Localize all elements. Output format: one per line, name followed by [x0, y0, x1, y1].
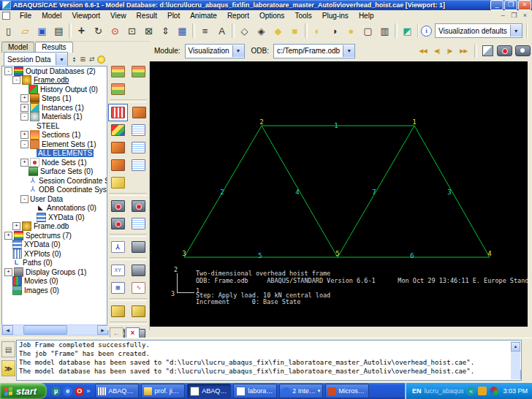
chevron-down-icon[interactable]: ▼ — [56, 53, 67, 65]
module-combo[interactable]: Visualization ▼ — [185, 44, 245, 58]
scroll-down-icon[interactable]: ▼ — [520, 370, 522, 379]
first-frame-button[interactable]: ◀◀ — [416, 48, 431, 54]
tree-item[interactable]: History Output (0) — [2, 85, 107, 94]
plot-symbols-button[interactable] — [109, 140, 127, 156]
utorrent-icon[interactable]: µ — [51, 387, 61, 396]
query-info-button[interactable]: ≡ — [197, 23, 213, 39]
save-file-button[interactable]: ▣ — [34, 23, 50, 39]
render-ball-button[interactable]: ● — [343, 23, 360, 39]
scroll-right-icon[interactable]: ▶ — [97, 325, 108, 335]
next-frame-button[interactable]: |▶ — [444, 48, 456, 54]
tree-item[interactable]: LPaths (0) — [2, 259, 107, 268]
animate-scale-factor-button[interactable] — [109, 198, 127, 214]
plot-undeformed-button[interactable] — [108, 104, 128, 121]
probe-values-button[interactable]: A — [213, 23, 230, 39]
quick-launch-overflow[interactable]: » — [86, 387, 90, 395]
menu-result[interactable]: Result — [132, 12, 162, 20]
tree-item[interactable]: ⅄ODB Coordinate Systems — [2, 186, 107, 195]
menu-tools[interactable]: Tools — [289, 12, 316, 20]
menu-plot[interactable]: Plot — [162, 12, 185, 20]
tree-item[interactable]: -Materials (1) — [2, 113, 107, 122]
tree-horizontal-scrollbar[interactable]: ◀ ▶ — [1, 324, 109, 335]
tree-expander-icon[interactable]: + — [12, 222, 20, 230]
plot-contours-button[interactable] — [109, 122, 127, 138]
link-objects-button[interactable]: ⇄ — [88, 54, 96, 64]
viewport-canvas[interactable]: 124735621354 Two-dimensional overhead ho… — [150, 61, 528, 327]
chevron-down-icon[interactable]: ▼ — [232, 45, 244, 57]
tree-item[interactable]: ⅄Session Coordinate Syste — [2, 176, 107, 186]
menu-help[interactable]: Help — [354, 12, 379, 20]
create-xy-data-button[interactable]: XY — [109, 262, 127, 278]
tree-item[interactable]: XYPlots (0) — [2, 249, 107, 259]
menu-plugins[interactable]: Plug-ins — [317, 12, 354, 20]
language-indicator[interactable]: EN — [412, 387, 422, 395]
tab-model[interactable]: Model — [1, 42, 34, 53]
tree-item[interactable]: -Frame.odb — [2, 76, 107, 86]
tree-spinner[interactable]: ▲ ▼ — [72, 56, 76, 62]
allow-multiple-plot-states-button[interactable] — [109, 175, 127, 191]
menu-report[interactable]: Report — [222, 12, 254, 20]
highlight-button[interactable] — [97, 54, 105, 64]
scrollbar-thumb[interactable] — [23, 325, 67, 335]
query-coordinate-button[interactable]: ⅄ — [109, 239, 127, 255]
menu-model[interactable]: Model — [37, 12, 66, 20]
start-button[interactable]: start — [0, 383, 47, 399]
section-points-button[interactable] — [109, 81, 127, 97]
tree-expander-icon[interactable]: + — [20, 159, 28, 167]
tree-item[interactable]: +Steps (1) — [2, 94, 107, 104]
viewport-monitor-button[interactable]: ▥ — [376, 23, 393, 39]
taskbar-task-folder-prof-jim[interactable]: prof. jim ... — [141, 384, 185, 398]
tree-expander-icon[interactable]: - — [20, 113, 28, 121]
magnify-view-button[interactable]: ⊙ — [107, 23, 123, 39]
defaults-combo[interactable]: Visualization defaults ▼ — [435, 23, 522, 38]
pan-view-button[interactable]: + — [73, 23, 90, 39]
menu-viewport[interactable]: Viewport — [66, 12, 105, 20]
truss-element[interactable] — [414, 126, 490, 257]
kernel-command-line-button[interactable]: ≫ — [1, 360, 15, 376]
field-output-dialog-button[interactable] — [129, 64, 148, 80]
orientation-options-button[interactable] — [129, 157, 148, 173]
tile-viewports-icon[interactable] — [482, 45, 493, 56]
session-data-combo[interactable]: Session Data ▼ — [4, 52, 68, 66]
tray-icon-1[interactable]: < — [466, 387, 475, 395]
tray-icon-3[interactable] — [490, 387, 498, 395]
tree-item[interactable]: +Sections (1) — [2, 131, 107, 140]
xy-options-button[interactable] — [129, 262, 148, 278]
tree-item[interactable]: XYData (0) — [2, 240, 107, 250]
spinner-down-icon[interactable]: ▼ — [72, 59, 76, 62]
print-button[interactable]: ▤ — [50, 23, 67, 39]
tree-item[interactable]: -Output Databases (2) — [2, 66, 107, 76]
record-movie-icon[interactable] — [497, 45, 512, 56]
message-vertical-scrollbar[interactable]: ▲ ▼ — [511, 341, 520, 379]
context-info-button[interactable]: i — [420, 23, 433, 39]
chevron-down-icon[interactable]: ▼ — [510, 25, 522, 37]
contour-options-button[interactable] — [129, 122, 148, 138]
animate-time-history-button[interactable] — [129, 198, 148, 214]
menu-options[interactable]: Options — [254, 12, 289, 20]
chevron-down-icon[interactable]: ▼ — [343, 45, 354, 57]
shaded-render-button[interactable]: ◆ — [270, 23, 286, 39]
menu-view[interactable]: View — [105, 12, 132, 20]
display-group-manager-button[interactable] — [129, 303, 148, 319]
tree-item[interactable]: XYData (0) — [2, 213, 107, 222]
fit-view-button[interactable]: ⊠ — [140, 23, 157, 39]
filled-render-button[interactable]: ■ — [286, 23, 303, 39]
new-file-button[interactable]: ▯ — [0, 23, 17, 39]
taskbar-task-ie-group[interactable]: 2 Inter...▾ — [279, 384, 323, 398]
tree-expander-icon[interactable]: - — [20, 195, 28, 203]
restore-button[interactable]: ❒ — [504, 0, 517, 10]
scroll-left-icon[interactable]: ◀ — [2, 325, 13, 335]
tree-expander-icon[interactable]: - — [4, 67, 12, 75]
odb-combo[interactable]: c:/Temp/Frame.odb ▼ — [273, 44, 355, 58]
viewport-layout-button[interactable]: ▢ — [360, 23, 376, 39]
child-window-controls[interactable]: – ❒ × — [501, 12, 532, 19]
tree-expander-icon[interactable]: + — [4, 232, 12, 240]
open-file-button[interactable]: ▱ — [17, 23, 34, 39]
hiddenline-render-button[interactable]: ◈ — [253, 23, 270, 39]
tree-item[interactable]: +Display Groups (1) — [2, 267, 107, 277]
symbol-options-button[interactable] — [129, 140, 148, 156]
tree-item[interactable]: ◣Annotations (0) — [2, 204, 107, 213]
color-code-button[interactable]: ◩ — [399, 23, 416, 39]
wireframe-render-button[interactable]: ◇ — [236, 23, 253, 39]
truss-element[interactable] — [262, 126, 338, 257]
